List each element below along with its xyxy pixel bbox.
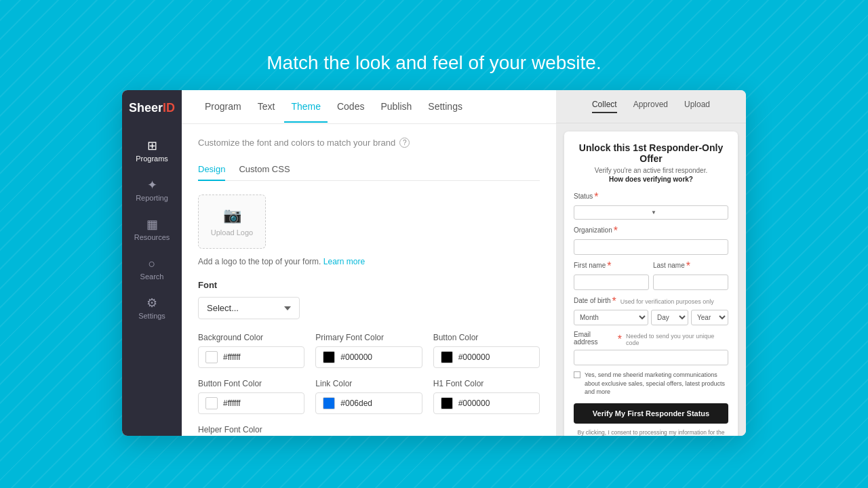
status-label-row: Status * xyxy=(574,191,728,203)
sidebar-item-programs[interactable]: ⊞ Programs xyxy=(122,131,182,171)
marketing-checkbox[interactable] xyxy=(574,371,580,378)
sidebar-item-settings[interactable]: ⚙ Settings xyxy=(122,289,182,328)
programs-icon: ⊞ xyxy=(147,140,157,152)
last-name-label-row: Last name * xyxy=(653,260,728,272)
email-label: Email address xyxy=(574,331,616,346)
name-row: First name * Last name * xyxy=(574,260,728,296)
form-how-it-works[interactable]: How does verifying work? xyxy=(574,176,728,183)
sub-tabs: Design Custom CSS xyxy=(198,159,540,181)
right-panel: Collect Approved Upload Unlock this 1st … xyxy=(556,90,746,436)
link-color-input[interactable]: #006ded xyxy=(315,392,422,414)
button-font-color-label: Button Font Color xyxy=(198,379,304,388)
dob-label: Date of birth xyxy=(574,297,610,304)
content-area: Customize the font and colors to match y… xyxy=(182,124,556,436)
h1-font-color-label: H1 Font Color xyxy=(433,379,540,388)
preview-tab-upload[interactable]: Upload xyxy=(684,100,710,113)
background-color-input[interactable]: #ffffff xyxy=(198,346,304,368)
tab-program[interactable]: Program xyxy=(198,92,248,123)
link-swatch xyxy=(323,397,335,409)
status-select[interactable]: ▼ xyxy=(574,205,728,220)
email-input[interactable] xyxy=(574,350,728,365)
last-name-group: Last name * xyxy=(653,260,728,296)
sidebar-item-resources-label: Resources xyxy=(134,233,170,241)
color-grid: Background Color #ffffff Primary Font Co… xyxy=(198,333,540,414)
first-name-label: First name xyxy=(574,262,606,269)
sidebar-item-resources[interactable]: ▦ Resources xyxy=(122,210,182,249)
primary-font-color-label: Primary Font Color xyxy=(315,333,422,342)
sidebar-item-search[interactable]: ○ Search xyxy=(122,249,182,289)
sidebar-item-search-label: Search xyxy=(140,272,164,281)
camera-icon: 📷 xyxy=(223,207,241,224)
form-title: Unlock this 1st Responder-Only Offer xyxy=(574,142,728,164)
org-label-row: Organization * xyxy=(574,225,728,237)
color-group-button-font: Button Font Color #ffffff xyxy=(198,379,304,414)
color-group-button: Button Color #000000 xyxy=(433,333,540,368)
h1-font-color-input[interactable]: #000000 xyxy=(433,392,540,414)
first-name-group: First name * xyxy=(574,260,649,296)
form-card: Unlock this 1st Responder-Only Offer Ver… xyxy=(564,131,738,436)
app-container: SheerID ⊞ Programs ✦ Reporting ▦ Resourc… xyxy=(122,90,746,436)
tab-codes[interactable]: Codes xyxy=(330,92,371,123)
main-content: Program Text Theme Codes Publish Setting… xyxy=(182,90,556,436)
help-icon[interactable]: ? xyxy=(399,138,410,148)
h1-font-swatch xyxy=(441,397,453,409)
dob-day-select[interactable]: Day xyxy=(651,310,688,325)
submit-button[interactable]: Verify My First Responder Status xyxy=(574,403,728,424)
logo-hint: Add a logo to the top of your form. Lear… xyxy=(198,257,540,266)
preview-tab-approved[interactable]: Approved xyxy=(633,100,668,113)
last-name-label: Last name xyxy=(653,262,685,269)
dob-year-select[interactable]: Year xyxy=(691,310,728,325)
link-color-label: Link Color xyxy=(315,379,422,388)
last-name-input[interactable] xyxy=(653,274,728,290)
sidebar-logo: SheerID xyxy=(123,101,180,115)
dob-note: Used for verification purposes only xyxy=(620,298,714,305)
checkbox-row: Yes, send me sheerid marketing communica… xyxy=(574,371,728,396)
org-input[interactable] xyxy=(574,239,728,255)
tab-publish[interactable]: Publish xyxy=(374,92,418,123)
org-label: Organization xyxy=(574,226,612,234)
sidebar-item-reporting-label: Reporting xyxy=(136,194,168,202)
primary-font-swatch xyxy=(323,351,335,363)
button-color-label: Button Color xyxy=(433,333,540,342)
font-select[interactable]: Select... xyxy=(198,297,300,319)
email-label-row: Email address * Needed to send you your … xyxy=(574,331,728,348)
button-color-input[interactable]: #000000 xyxy=(433,346,540,368)
content-description: Customize the font and colors to match y… xyxy=(198,138,540,148)
checkbox-text: Yes, send me sheerid marketing communica… xyxy=(585,371,728,396)
dob-month-select[interactable]: Month xyxy=(574,310,648,325)
primary-font-color-input[interactable]: #000000 xyxy=(315,346,422,368)
learn-more-link[interactable]: Learn more xyxy=(323,257,365,266)
button-font-swatch xyxy=(205,397,218,409)
primary-font-color-value: #000000 xyxy=(340,352,372,362)
page-headline: Match the look and feel of your website. xyxy=(267,52,601,74)
h1-font-color-value: #000000 xyxy=(458,399,490,408)
sidebar: SheerID ⊞ Programs ✦ Reporting ▦ Resourc… xyxy=(122,90,182,436)
preview-tab-collect[interactable]: Collect xyxy=(592,100,617,113)
dob-row: Month Day Year xyxy=(574,310,728,325)
logo-upload-label: Upload Logo xyxy=(211,228,253,237)
form-subtitle: Verify you're an active first responder. xyxy=(574,167,728,174)
button-font-color-value: #ffffff xyxy=(223,399,241,408)
sub-tab-custom-css[interactable]: Custom CSS xyxy=(239,159,290,181)
first-name-input[interactable] xyxy=(574,274,649,290)
tab-theme[interactable]: Theme xyxy=(284,92,328,123)
email-note: Needed to send you your unique code xyxy=(626,333,728,346)
helper-font-color-label: Helper Font Color xyxy=(198,425,540,434)
tab-text[interactable]: Text xyxy=(251,92,282,123)
button-color-value: #000000 xyxy=(458,352,490,362)
preview-tabs: Collect Approved Upload xyxy=(556,90,746,123)
resources-icon: ▦ xyxy=(146,218,158,230)
button-font-color-input[interactable]: #ffffff xyxy=(198,392,304,414)
sidebar-item-reporting[interactable]: ✦ Reporting xyxy=(122,171,182,210)
logo-upload-button[interactable]: 📷 Upload Logo xyxy=(198,195,266,249)
sub-tab-design[interactable]: Design xyxy=(198,159,225,181)
chevron-down-icon: ▼ xyxy=(651,209,722,216)
tab-settings[interactable]: Settings xyxy=(421,92,469,123)
color-group-background: Background Color #ffffff xyxy=(198,333,304,368)
color-group-h1-font: H1 Font Color #000000 xyxy=(433,379,540,414)
logo-text: SheerID xyxy=(129,101,175,115)
dob-label-row: Date of birth * Used for verification pu… xyxy=(574,296,728,308)
first-name-label-row: First name * xyxy=(574,260,649,272)
color-group-primary-font: Primary Font Color #000000 xyxy=(315,333,422,368)
org-required: * xyxy=(614,225,618,237)
